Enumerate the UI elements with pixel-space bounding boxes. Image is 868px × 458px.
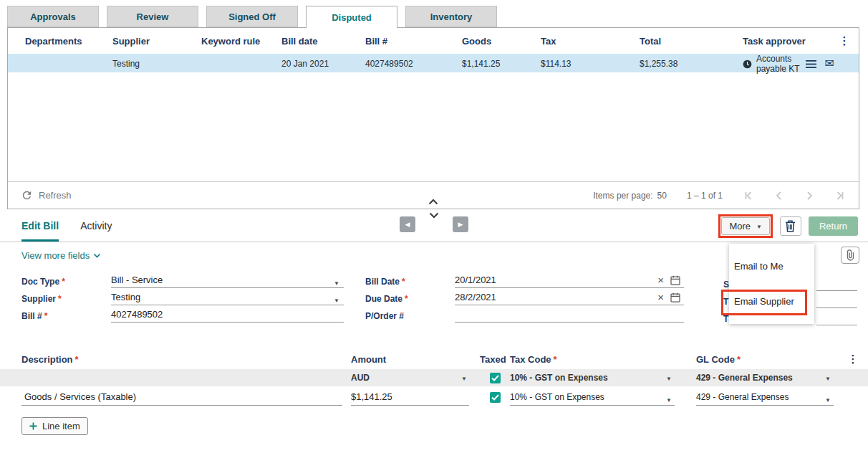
clear-icon[interactable] xyxy=(657,291,664,304)
supplier-select[interactable]: Testing xyxy=(111,291,344,305)
column-header-tax: Tax xyxy=(541,36,640,47)
description-value: Goods / Services (Taxable) xyxy=(21,391,136,402)
column-header-total: Total xyxy=(640,36,743,47)
return-button[interactable]: Return xyxy=(809,216,858,236)
gl-code-default-select[interactable]: 429 - General Expenses xyxy=(696,373,847,383)
tab-approvals[interactable]: Approvals xyxy=(7,6,99,27)
add-line-item-label: Line item xyxy=(42,421,80,431)
gl-code-select[interactable]: 429 - General Expenses xyxy=(696,389,834,406)
caret-down-icon xyxy=(334,294,339,305)
items-per-page-label: Items per page: xyxy=(593,191,652,201)
bill-number-label: Bill #* xyxy=(21,311,47,321)
view-more-fields-link[interactable]: View more fields xyxy=(21,250,101,261)
column-header-bill-date: Bill date xyxy=(281,36,365,47)
more-button-label: More xyxy=(729,221,751,232)
line-summary-icon[interactable] xyxy=(806,60,816,68)
chevron-up-icon xyxy=(428,199,439,205)
previous-page-button[interactable] xyxy=(773,189,786,202)
task-approver-name: Accounts payable KT xyxy=(756,54,801,74)
cell-bill-number: 4027489502 xyxy=(365,59,462,69)
table-options-icon[interactable] xyxy=(836,34,853,47)
tab-activity[interactable]: Activity xyxy=(80,209,112,242)
due-date-input[interactable]: 28/2/2021 xyxy=(455,291,684,305)
first-page-button[interactable] xyxy=(743,189,756,202)
cell-bill-date: 20 Jan 2021 xyxy=(281,59,365,69)
column-header-bill-number: Bill # xyxy=(365,36,462,47)
envelope-icon[interactable] xyxy=(825,58,834,70)
add-line-item-button[interactable]: Line item xyxy=(21,417,88,435)
caret-down-icon xyxy=(825,393,831,404)
tab-disputed[interactable]: Disputed xyxy=(306,6,397,28)
cell-supplier: Testing xyxy=(112,59,201,69)
caret-down-icon xyxy=(756,222,762,230)
tax-code-default-select[interactable]: 10% - GST on Expenses xyxy=(510,373,696,383)
clock-icon xyxy=(743,59,752,69)
table-row[interactable]: Testing 20 Jan 2021 4027489502 $1,141.25… xyxy=(8,54,859,72)
chevron-down-icon xyxy=(93,253,101,258)
app-window: Approvals Review Signed Off Disputed Inv… xyxy=(0,0,868,458)
tax-code-select[interactable]: 10% - GST on Expenses xyxy=(510,389,675,406)
cell-tax: $114.13 xyxy=(541,59,640,69)
tax-code-value: 10% - GST on Expenses xyxy=(510,392,604,402)
items-per-page-value[interactable]: 50 xyxy=(657,191,667,201)
amount-input[interactable]: $1,141.25 xyxy=(351,389,469,406)
refresh-button[interactable]: Refresh xyxy=(21,189,72,201)
detail-panel-header: Edit Bill Activity More xyxy=(0,209,868,242)
line-items-header-gl-code: GL Code* xyxy=(696,354,847,365)
tab-inventory[interactable]: Inventory xyxy=(405,6,497,27)
column-header-supplier: Supplier xyxy=(112,36,201,47)
doc-type-value: Bill - Service xyxy=(111,275,163,285)
collapse-panel-button[interactable] xyxy=(425,211,443,219)
column-header-task-approver: Task approver xyxy=(743,36,836,47)
bill-nav-controls xyxy=(400,209,468,242)
tax-code-default-value: 10% - GST on Expenses xyxy=(510,373,608,383)
tab-review[interactable]: Review xyxy=(107,6,198,27)
bill-date-value: 20/1/2021 xyxy=(455,275,496,285)
delete-button[interactable] xyxy=(780,216,801,236)
line-items-header-description: Description* xyxy=(21,354,351,365)
menu-item-email-to-me[interactable]: Email to Me xyxy=(729,252,814,280)
line-items-header-amount: Amount xyxy=(351,354,480,365)
page-range-label: 1 – 1 of 1 xyxy=(687,191,723,201)
line-items-options-icon[interactable] xyxy=(847,353,859,366)
caret-down-icon xyxy=(334,277,339,287)
summary-subtotal-label: S xyxy=(723,280,729,290)
summary-total-field[interactable] xyxy=(816,311,857,325)
purchase-order-input[interactable] xyxy=(455,308,684,323)
calendar-icon[interactable] xyxy=(670,292,680,302)
next-page-button[interactable] xyxy=(803,189,816,202)
bills-table-header: Departments Supplier Keyword rule Bill d… xyxy=(8,28,859,54)
doc-type-select[interactable]: Bill - Service xyxy=(111,274,344,288)
bill-date-input[interactable]: 20/1/2021 xyxy=(455,274,684,288)
taxed-default-checkbox[interactable] xyxy=(490,373,501,383)
supplier-value: Testing xyxy=(111,292,140,302)
menu-item-email-supplier[interactable]: Email Supplier xyxy=(729,291,814,311)
chevron-down-icon xyxy=(429,212,440,219)
cell-task-approver: Accounts payable KT xyxy=(743,54,836,74)
line-items-header-taxed: Taxed xyxy=(480,354,510,365)
summary-subtotal-field[interactable] xyxy=(816,277,857,291)
tab-signed-off[interactable]: Signed Off xyxy=(206,6,298,27)
description-input[interactable]: Goods / Services (Taxable) xyxy=(21,389,342,406)
cell-goods: $1,141.25 xyxy=(462,59,541,69)
collapse-table-button[interactable] xyxy=(424,197,443,206)
bill-number-input[interactable]: 4027489502 xyxy=(111,308,344,323)
next-bill-button[interactable] xyxy=(453,216,468,232)
last-page-button[interactable] xyxy=(833,189,846,202)
caret-down-icon xyxy=(666,393,672,404)
calendar-icon[interactable] xyxy=(670,275,680,285)
due-date-label: Due Date* xyxy=(365,294,408,304)
summary-tax-label: T xyxy=(723,297,728,307)
tab-edit-bill[interactable]: Edit Bill xyxy=(21,209,59,242)
summary-tax-field[interactable] xyxy=(816,294,857,308)
clear-icon[interactable] xyxy=(657,274,664,287)
trash-icon xyxy=(785,220,796,232)
purchase-order-label: P/Order # xyxy=(365,311,404,321)
more-button[interactable]: More xyxy=(721,217,770,235)
attachment-button[interactable] xyxy=(841,247,859,264)
view-more-fields-label: View more fields xyxy=(21,250,90,261)
bills-table-panel: Departments Supplier Keyword rule Bill d… xyxy=(7,27,859,209)
taxed-checkbox[interactable] xyxy=(490,392,501,403)
previous-bill-button[interactable] xyxy=(400,216,415,232)
currency-select[interactable]: AUD xyxy=(351,373,480,383)
